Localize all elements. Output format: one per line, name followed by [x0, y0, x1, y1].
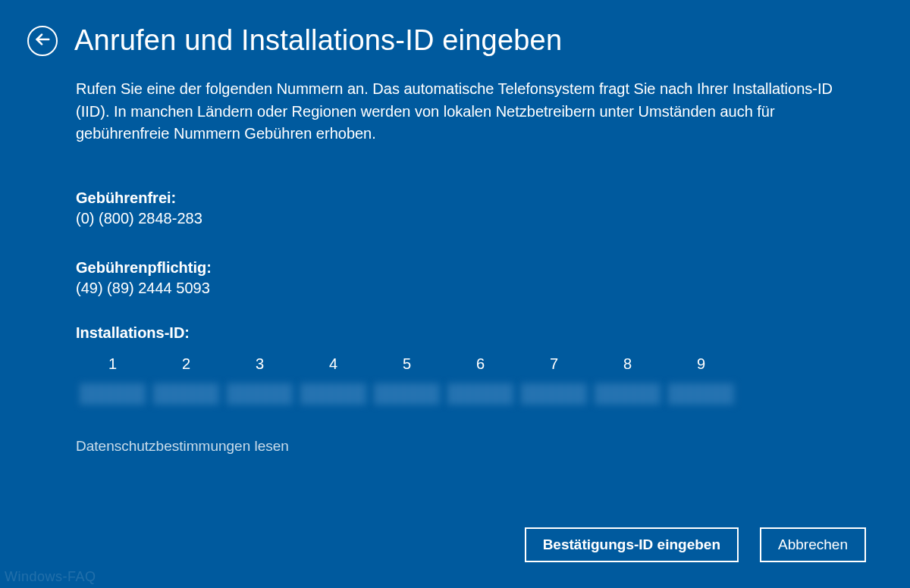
id-value-obscured: [448, 383, 513, 405]
id-column: 5: [370, 355, 444, 405]
arrow-left-icon: [34, 31, 51, 51]
instructions-text: Rufen Sie eine der folgenden Nummern an.…: [76, 78, 849, 145]
tollfree-label: Gebührenfrei:: [76, 189, 880, 207]
id-value-obscured: [522, 383, 587, 405]
cancel-button[interactable]: Abbrechen: [760, 527, 866, 562]
tollfree-number: (0) (800) 2848-283: [76, 210, 880, 227]
id-column: 6: [444, 355, 517, 405]
id-column-number: 8: [623, 355, 632, 373]
id-value-obscured: [228, 383, 293, 405]
toll-label: Gebührenpflichtig:: [76, 259, 880, 277]
id-column-number: 5: [403, 355, 411, 373]
id-column: 9: [664, 355, 738, 405]
id-column: 7: [517, 355, 591, 405]
id-column: 2: [149, 355, 223, 405]
id-column: 4: [297, 355, 370, 405]
id-column-number: 1: [108, 355, 117, 373]
id-column-number: 6: [476, 355, 485, 373]
id-column-number: 3: [256, 355, 264, 373]
privacy-link[interactable]: Datenschutzbestimmungen lesen: [76, 438, 289, 455]
page-title: Anrufen und Installations-ID eingeben: [74, 24, 562, 57]
installation-id-grid: 1 2 3 4 5 6 7: [76, 355, 880, 405]
id-column-number: 2: [182, 355, 190, 373]
id-column-number: 7: [550, 355, 558, 373]
id-value-obscured: [154, 383, 219, 405]
id-value-obscured: [595, 383, 661, 405]
confirm-id-button[interactable]: Bestätigungs-ID eingeben: [525, 527, 739, 562]
id-column-number: 9: [697, 355, 705, 373]
id-value-obscured: [301, 383, 366, 405]
back-button[interactable]: [27, 26, 58, 56]
id-value-obscured: [669, 383, 734, 405]
id-value-obscured: [80, 383, 146, 405]
installation-id-label: Installations-ID:: [76, 324, 880, 342]
id-column-number: 4: [329, 355, 337, 373]
watermark: Windows-FAQ: [5, 569, 96, 585]
id-column: 1: [76, 355, 149, 405]
id-column: 3: [223, 355, 297, 405]
id-value-obscured: [375, 383, 440, 405]
id-column: 8: [591, 355, 664, 405]
toll-number: (49) (89) 2444 5093: [76, 280, 880, 297]
